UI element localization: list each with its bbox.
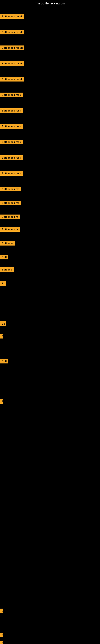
bottleneck-badge-9: Bottleneck resu bbox=[0, 140, 23, 144]
bottleneck-badge-15: Bottleneck re bbox=[0, 227, 20, 232]
site-title: TheBottlenecker.com bbox=[0, 0, 100, 7]
bottleneck-badge-18: Bottlene bbox=[0, 267, 14, 272]
bottleneck-badge-17: Bott bbox=[0, 255, 8, 260]
bottleneck-badge-8: Bottleneck resu bbox=[0, 124, 23, 128]
bottleneck-badge-22: Bo bbox=[0, 322, 6, 326]
bottleneck-badge-7: Bottleneck resu bbox=[0, 108, 23, 113]
bottleneck-badge-25: Bott bbox=[0, 359, 8, 364]
bottleneck-badge-12: Bottleneck res bbox=[0, 187, 21, 192]
bottleneck-badge-1: Bottleneck result bbox=[0, 14, 24, 19]
bottleneck-badge-6: Bottleneck resu bbox=[0, 92, 23, 97]
bottleneck-badge-13: Bottleneck res bbox=[0, 201, 21, 205]
bottleneck-badge-19: Bo bbox=[0, 281, 6, 286]
bottleneck-badge-39: B bbox=[0, 633, 3, 637]
bottleneck-badge-5: Bottleneck result bbox=[0, 77, 24, 82]
bottleneck-badge-28: B bbox=[0, 399, 3, 404]
bottleneck-badge-14: Bottleneck re bbox=[0, 214, 20, 219]
bottleneck-badge-10: Bottleneck resu bbox=[0, 155, 23, 160]
bottleneck-badge-40: B bbox=[0, 641, 3, 644]
bottleneck-badge-23: B bbox=[0, 334, 3, 338]
bottleneck-badge-4: Bottleneck result bbox=[0, 61, 24, 66]
bottleneck-badge-11: Bottleneck resu bbox=[0, 171, 23, 176]
bottleneck-badge-3: Bottleneck result bbox=[0, 46, 24, 50]
bottleneck-badge-36: B bbox=[0, 608, 3, 613]
bottleneck-badge-2: Bottleneck result bbox=[0, 30, 24, 34]
bottleneck-badge-16: Bottlenec bbox=[0, 241, 15, 246]
